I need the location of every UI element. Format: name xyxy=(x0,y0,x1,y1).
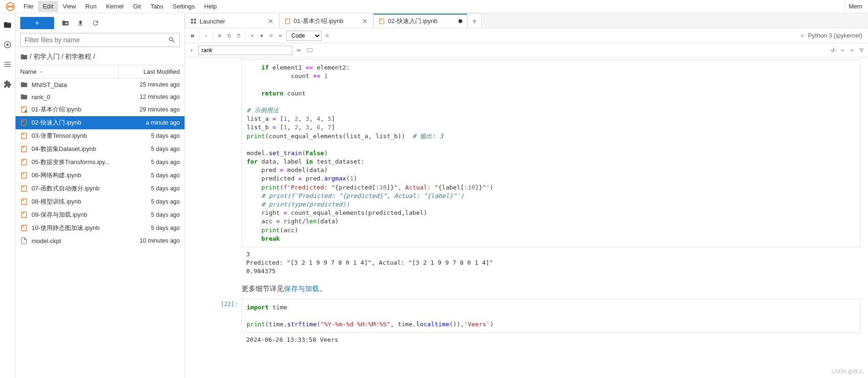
gear-icon[interactable] xyxy=(798,32,806,39)
restart-icon[interactable] xyxy=(267,32,275,39)
tab[interactable]: 02-快速入门.ipynb xyxy=(373,14,467,28)
close-icon[interactable] xyxy=(267,18,274,24)
file-row[interactable]: 08-模型训练.ipynb5 days ago xyxy=(16,195,185,208)
file-row[interactable]: 02-快速入门.ipynba minute ago xyxy=(16,116,185,129)
svg-rect-19 xyxy=(22,199,27,205)
sort-asc-icon xyxy=(39,70,43,74)
cell[interactable]: if element1 == element2: count += 1 retu… xyxy=(213,59,868,279)
svg-rect-23 xyxy=(22,225,27,231)
svg-rect-4 xyxy=(23,108,24,109)
fast-forward-icon[interactable] xyxy=(277,32,284,39)
toc-icon[interactable] xyxy=(3,60,12,69)
svg-rect-28 xyxy=(194,22,196,24)
kernel-name[interactable]: Python 3 (ipykernel) xyxy=(808,32,862,39)
svg-rect-27 xyxy=(191,22,193,24)
main-area: Launcher01-基本介绍.ipynb02-快速入门.ipynb Code … xyxy=(185,13,868,378)
svg-point-33 xyxy=(326,34,328,37)
file-row[interactable]: model.ckpt10 minutes ago xyxy=(16,235,185,247)
add-cell-icon[interactable] xyxy=(202,32,210,39)
refresh-icon[interactable] xyxy=(92,19,99,27)
add-tab-button[interactable] xyxy=(467,14,482,28)
tab[interactable]: 01-基本介绍.ipynb xyxy=(279,14,373,28)
search-input[interactable] xyxy=(198,46,292,55)
whole-word-icon[interactable] xyxy=(306,47,313,54)
new-launcher-button[interactable] xyxy=(20,17,54,29)
file-row[interactable]: MNIST_Data25 minutes ago xyxy=(16,79,185,91)
col-modified[interactable]: Last Modified xyxy=(119,65,185,78)
menu-edit[interactable]: Edit xyxy=(38,1,58,12)
file-row[interactable]: 05-数据变换Transforms.ipy...5 days ago xyxy=(16,156,185,169)
file-row[interactable]: 01-基本介绍.ipynb29 minutes ago xyxy=(16,103,185,116)
cell[interactable]: 更多细节详见保存与加载。 xyxy=(213,281,868,297)
breadcrumb[interactable]: / 初学入门 / 初学教程 / xyxy=(16,51,185,65)
file-row[interactable]: 03-张量Tensor.ipynb5 days ago xyxy=(16,129,185,142)
menu-view[interactable]: View xyxy=(58,1,80,12)
chevron-right-icon[interactable] xyxy=(189,47,194,53)
jupyter-logo-icon xyxy=(6,2,15,11)
file-list: MNIST_Data25 minutes agorank_012 minutes… xyxy=(16,79,185,378)
search-count: -/- xyxy=(831,47,836,54)
memory-indicator: Mem xyxy=(844,1,866,12)
cell-prompt xyxy=(213,281,241,297)
next-match-icon[interactable] xyxy=(849,47,855,53)
menubar: FileEditViewRunKernelGitTabsSettingsHelp… xyxy=(0,0,868,13)
cell-output: 3 Predicted: "[3 2 1 9 9 7 8 0 1 4]", Ac… xyxy=(241,247,860,279)
notebook-toolbar: Code Python 3 (ipykernel) xyxy=(185,28,868,43)
file-row[interactable]: rank_012 minutes ago xyxy=(16,91,185,103)
stop-icon[interactable] xyxy=(258,32,265,39)
menu-git[interactable]: Git xyxy=(129,1,146,12)
menu-run[interactable]: Run xyxy=(80,1,101,12)
search-icon xyxy=(168,36,176,44)
svg-rect-7 xyxy=(23,121,24,122)
file-row[interactable]: 06-网络构建.ipynb5 days ago xyxy=(16,169,185,182)
run-icon[interactable] xyxy=(249,32,256,39)
folder-icon[interactable] xyxy=(3,21,12,29)
menu-help[interactable]: Help xyxy=(200,1,222,12)
menu-kernel[interactable]: Kernel xyxy=(101,1,129,12)
svg-rect-12 xyxy=(23,147,24,148)
svg-rect-22 xyxy=(23,213,24,214)
tab[interactable]: Launcher xyxy=(185,14,279,28)
copy-icon[interactable] xyxy=(225,32,233,39)
regex-icon[interactable]: Aa xyxy=(296,47,303,54)
watermark: CSDN @薛儿 xyxy=(832,368,863,375)
cut-icon[interactable] xyxy=(216,32,224,39)
col-name[interactable]: Name xyxy=(16,65,119,78)
extension-icon[interactable] xyxy=(3,80,12,88)
close-icon[interactable] xyxy=(362,18,368,24)
file-row[interactable]: 10-使用静态图加速.ipynb5 days ago xyxy=(16,221,185,235)
svg-rect-17 xyxy=(22,186,27,191)
filter-files-input[interactable] xyxy=(20,33,180,47)
svg-rect-32 xyxy=(380,20,381,21)
paste-icon[interactable] xyxy=(235,32,242,39)
render-icon[interactable] xyxy=(323,32,331,39)
new-folder-icon[interactable] xyxy=(62,19,69,27)
menu-file[interactable]: File xyxy=(19,1,38,12)
cell-prompt xyxy=(213,59,241,279)
svg-rect-25 xyxy=(191,19,193,21)
upload-icon[interactable] xyxy=(77,19,84,27)
svg-rect-11 xyxy=(22,146,27,152)
save-icon[interactable] xyxy=(189,32,196,39)
file-row[interactable]: 04-数据集Dataset.ipynb5 days ago xyxy=(16,142,185,156)
file-row[interactable]: 09-保存与加载.ipynb5 days ago xyxy=(16,208,185,221)
menu-settings[interactable]: Settings xyxy=(168,1,200,12)
svg-rect-13 xyxy=(22,159,27,165)
svg-text:Aa: Aa xyxy=(297,48,301,52)
cell-type-select[interactable]: Code xyxy=(286,31,321,41)
prev-match-icon[interactable] xyxy=(840,47,845,53)
svg-rect-21 xyxy=(22,212,27,218)
filter-icon[interactable] xyxy=(859,47,864,53)
dirty-indicator xyxy=(458,19,462,23)
cell-output: 2024-06-26 13:33:58 Veers xyxy=(241,333,860,347)
code-input[interactable]: if element1 == element2: count += 1 retu… xyxy=(241,59,860,247)
running-icon[interactable] xyxy=(3,40,12,49)
cell[interactable]: [22]:import time print(time.strftime("%Y… xyxy=(213,299,868,347)
menu-tabs[interactable]: Tabs xyxy=(145,1,168,12)
svg-point-8 xyxy=(24,123,27,126)
file-row[interactable]: 07-函数式自动微分.ipynb5 days ago xyxy=(16,182,185,195)
code-input[interactable]: import time print(time.strftime("%Y-%m-%… xyxy=(241,299,860,333)
svg-rect-35 xyxy=(307,48,313,52)
svg-rect-9 xyxy=(22,133,27,139)
svg-point-5 xyxy=(24,110,27,112)
